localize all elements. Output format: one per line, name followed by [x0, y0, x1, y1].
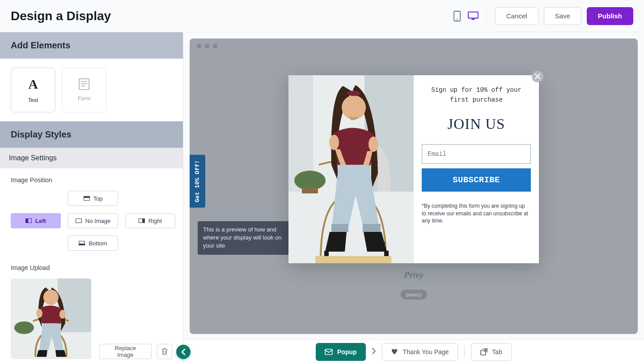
section-display-styles[interactable]: Display Styles — [0, 121, 183, 148]
element-form-label: Form — [78, 95, 90, 102]
position-top-icon — [84, 196, 90, 201]
traffic-light-dot — [205, 44, 209, 48]
desktop-icon[interactable] — [468, 11, 479, 21]
position-none-label: No Image — [85, 218, 110, 224]
text-icon: A — [28, 77, 38, 92]
nav-popup-label: Popup — [337, 348, 357, 355]
collapse-sidebar-button[interactable] — [176, 345, 191, 359]
svg-point-20 — [342, 95, 366, 120]
external-icon — [480, 348, 487, 355]
form-icon — [79, 78, 89, 90]
bottom-bar: Popup Thank You Page Tab — [183, 339, 644, 364]
popup-title: JOIN US — [448, 116, 505, 133]
preview-note: This is a preview of how and where your … — [198, 221, 290, 255]
nav-popup[interactable]: Popup — [316, 343, 366, 361]
position-no-image[interactable]: No Image — [68, 213, 118, 228]
position-right[interactable]: Right — [125, 213, 175, 228]
nav-tab[interactable]: Tab — [471, 343, 512, 361]
svg-point-12 — [43, 290, 59, 305]
popup-pretext: Sign up for 10% off your first purchase — [422, 85, 531, 105]
svg-rect-28 — [325, 349, 332, 355]
position-bottom-label: Bottom — [89, 240, 107, 247]
cancel-button[interactable]: Cancel — [495, 7, 538, 25]
heart-icon — [391, 349, 398, 355]
sidebar: Add Elements A Text Form Display Styles … — [0, 32, 183, 364]
element-form[interactable]: Form — [62, 68, 106, 112]
page-title: Design a Display — [11, 9, 111, 23]
side-tab-offer[interactable]: Get 10% Off! — [190, 155, 205, 208]
delete-image-button[interactable] — [157, 344, 172, 359]
section-image-settings[interactable]: Image Settings — [0, 148, 183, 168]
svg-rect-2 — [468, 12, 478, 18]
email-input[interactable] — [422, 144, 531, 164]
position-bottom[interactable]: Bottom — [68, 236, 118, 251]
preview-canvas: Get 10% Off! This is a preview of how an… — [190, 39, 638, 334]
svg-point-1 — [457, 18, 458, 19]
position-right-icon — [139, 218, 145, 223]
popup-image — [288, 75, 414, 263]
traffic-light-dot — [213, 44, 217, 48]
section-add-elements[interactable]: Add Elements — [0, 32, 183, 59]
mobile-icon[interactable] — [452, 11, 462, 21]
svg-point-21 — [329, 135, 339, 150]
position-left-label: Left — [35, 218, 46, 224]
svg-rect-24 — [363, 224, 381, 232]
position-none-icon — [76, 218, 82, 223]
chevron-left-icon — [181, 349, 186, 355]
subscribe-button[interactable]: SUBSCRIBE — [422, 168, 531, 192]
mail-icon — [325, 349, 333, 355]
image-upload-label: Image Upload — [11, 264, 172, 271]
svg-point-11 — [14, 321, 34, 334]
trash-icon — [161, 348, 168, 355]
svg-point-22 — [369, 137, 378, 152]
chevron-right-icon — [372, 348, 376, 356]
position-top-label: Top — [93, 195, 103, 202]
position-bottom-icon — [79, 241, 85, 245]
svg-rect-5 — [79, 79, 89, 90]
position-left[interactable]: Left — [11, 213, 61, 228]
popup-close-button[interactable] — [532, 71, 543, 82]
element-text-label: Text — [28, 97, 38, 103]
powered-by-logo[interactable]: Privy — [401, 270, 427, 279]
svg-rect-23 — [331, 224, 348, 232]
image-thumbnail[interactable] — [11, 278, 91, 359]
svg-rect-19 — [302, 187, 318, 193]
privacy-link[interactable]: privacy — [401, 290, 427, 300]
svg-point-14 — [59, 310, 66, 319]
position-top[interactable]: Top — [68, 191, 118, 206]
nav-thank-you-label: Thank You Page — [403, 348, 449, 355]
position-left-icon — [25, 218, 32, 223]
nav-thank-you[interactable]: Thank You Page — [382, 343, 458, 361]
nav-tab-label: Tab — [492, 348, 502, 355]
divider — [464, 346, 465, 358]
position-right-label: Right — [148, 218, 162, 224]
close-icon — [535, 74, 540, 79]
browser-chrome — [190, 39, 638, 54]
popup-fineprint: *By completing this form you are signing… — [422, 202, 531, 225]
svg-point-13 — [36, 309, 42, 318]
replace-image-button[interactable]: Replace Image — [99, 344, 152, 359]
svg-rect-4 — [472, 18, 474, 19]
save-button[interactable]: Save — [544, 7, 581, 25]
popup-preview: Sign up for 10% off your first purchase … — [288, 75, 539, 263]
traffic-light-dot — [197, 44, 201, 48]
powered-by-text: Powered by — [401, 278, 427, 283]
element-text[interactable]: A Text — [11, 68, 55, 112]
svg-rect-27 — [315, 256, 391, 263]
publish-button[interactable]: Publish — [587, 7, 633, 25]
image-position-label: Image Position — [11, 176, 172, 184]
